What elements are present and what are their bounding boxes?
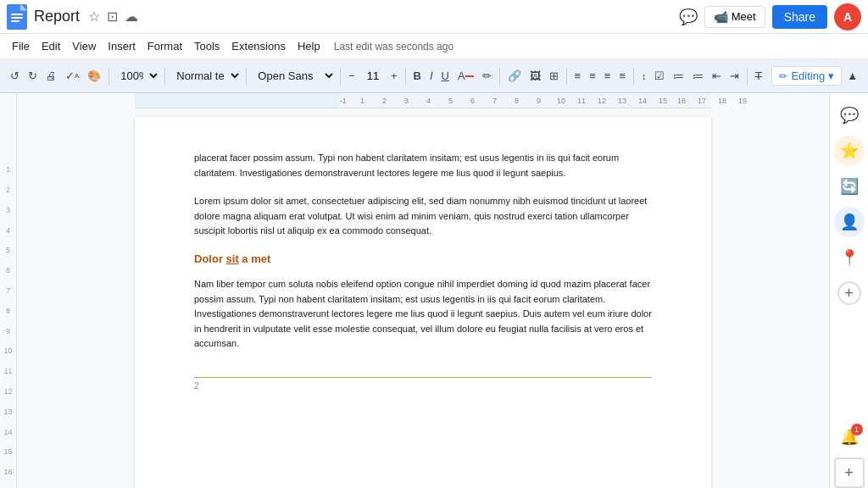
highlight-button[interactable]: ✏ [479, 67, 495, 85]
menu-format[interactable]: Format [142, 38, 187, 54]
share-button[interactable]: Share [772, 5, 827, 29]
top-ruler: -1 1 2 3 4 5 6 7 8 9 10 11 12 13 14 15 1… [135, 93, 711, 108]
page-footer: 2 [194, 377, 652, 391]
align-justify-button[interactable]: ≡ [615, 67, 629, 85]
pencil-icon: ✏ [779, 70, 787, 82]
comments-sidebar-button[interactable]: 💬 [834, 100, 865, 130]
menu-bar: File Edit View Insert Format Tools Exten… [0, 34, 868, 59]
doc-icon [7, 4, 27, 30]
menu-view[interactable]: View [67, 38, 101, 54]
add-sidebar-button[interactable]: + [837, 281, 861, 305]
font-size-input[interactable] [360, 69, 386, 82]
sync-sidebar-button[interactable]: 🔄 [834, 171, 865, 202]
document-page[interactable]: placerat facer possim assum. Typi non ha… [135, 117, 711, 488]
meet-button[interactable]: 📹 Meet [704, 6, 765, 28]
right-sidebar: 💬 ⭐ 🔄 👤 📍 + 🔔 1 + [829, 93, 868, 488]
zoom-select[interactable]: 100% 75% 125% 150% [114, 67, 160, 85]
text-color-button[interactable]: A [454, 67, 477, 85]
line-spacing-button[interactable]: ↕ [638, 69, 650, 84]
notification-badge: 1 [851, 424, 863, 435]
avatar[interactable]: A [834, 3, 861, 30]
align-right-button[interactable]: ≡ [601, 67, 615, 85]
align-center-button[interactable]: ≡ [586, 67, 599, 85]
numbered-list-button[interactable]: ≔ [689, 67, 707, 85]
meet-icon: 📹 [714, 10, 728, 24]
doc-area[interactable]: -1 1 2 3 4 5 6 7 8 9 10 11 12 13 14 15 1… [17, 93, 829, 488]
checklist-button[interactable]: ☑ [651, 67, 668, 85]
paragraph-1: placerat facer possim assum. Typi non ha… [194, 151, 652, 180]
editing-label: Editing [791, 69, 825, 82]
meet-label: Meet [732, 10, 756, 23]
bullet-list-button[interactable]: ≔ [670, 67, 687, 85]
bold-button[interactable]: B [410, 67, 425, 85]
decrease-indent-button[interactable]: ⇤ [709, 67, 725, 85]
main: 1 2 3 4 5 6 7 8 9 10 11 12 13 14 15 16 -… [0, 93, 868, 488]
doc-title: Report [34, 8, 80, 25]
table-button[interactable]: ⊞ [546, 67, 562, 85]
align-left-button[interactable]: ≡ [571, 67, 585, 85]
star-button[interactable]: ☆ [86, 7, 102, 26]
print-button[interactable]: 🖨 [42, 67, 60, 85]
editing-button[interactable]: ✏ Editing ▾ [771, 66, 842, 86]
italic-button[interactable]: I [426, 67, 437, 85]
title-icons: ☆ ⊡ ☁ [86, 7, 140, 26]
toolbar: ↺ ↻ 🖨 ✓A 🎨 100% 75% 125% 150% Normal tex… [0, 59, 868, 93]
add-bottom-button[interactable]: + [834, 458, 865, 488]
cloud-button[interactable]: ☁ [123, 7, 140, 26]
link-button[interactable]: 🔗 [504, 67, 525, 85]
paragraph-2: Lorem ipsum dolor sit amet, consectetuer… [194, 194, 652, 239]
decrease-font-button[interactable]: − [345, 67, 359, 85]
heading-underline: sit [226, 252, 239, 265]
menu-tools[interactable]: Tools [189, 38, 225, 54]
undo-button[interactable]: ↺ [7, 67, 23, 85]
header-right: 💬 📹 Meet Share A [679, 3, 861, 30]
underline-button[interactable]: U [438, 67, 453, 85]
bookmarks-sidebar-button[interactable]: ⭐ [834, 136, 865, 166]
menu-insert[interactable]: Insert [103, 38, 141, 54]
chevron-down-icon: ▾ [828, 69, 834, 82]
save-status-button[interactable]: ⊡ [105, 7, 120, 26]
increase-font-button[interactable]: + [387, 67, 401, 85]
heading: Dolor sit a met [194, 252, 652, 265]
maps-sidebar-button[interactable]: 📍 [834, 242, 865, 273]
increase-indent-button[interactable]: ⇥ [726, 67, 743, 85]
page-number: 2 [194, 381, 199, 391]
collapse-button[interactable]: ▲ [843, 67, 861, 85]
left-ruler: 1 2 3 4 5 6 7 8 9 10 11 12 13 14 15 16 [0, 93, 17, 488]
image-button[interactable]: 🖼 [526, 67, 544, 85]
chat-button[interactable]: 💬 [679, 8, 698, 26]
paragraph-3: Nam liber tempor cum soluta nobis eleife… [194, 277, 652, 352]
paint-format-button[interactable]: 🎨 [84, 67, 104, 85]
menu-edit[interactable]: Edit [36, 38, 65, 54]
spellcheck-button[interactable]: ✓A [62, 67, 82, 85]
menu-help[interactable]: Help [292, 38, 326, 54]
ruler-num [0, 152, 16, 165]
font-select[interactable]: Open Sans Arial Times New Roman Roboto [251, 67, 336, 85]
menu-file[interactable]: File [7, 38, 35, 54]
clear-format-button[interactable]: T̶ [752, 67, 765, 85]
last-edit: Last edit was seconds ago [334, 41, 453, 53]
redo-button[interactable]: ↻ [25, 67, 41, 85]
style-select[interactable]: Normal text Heading 1 Heading 2 Heading … [170, 67, 242, 85]
notification-area: 🔔 1 [834, 422, 865, 452]
people-sidebar-button[interactable]: 👤 [834, 207, 865, 237]
title-bar: Report ☆ ⊡ ☁ 💬 📹 Meet Share A [0, 0, 868, 34]
menu-extensions[interactable]: Extensions [226, 38, 291, 54]
